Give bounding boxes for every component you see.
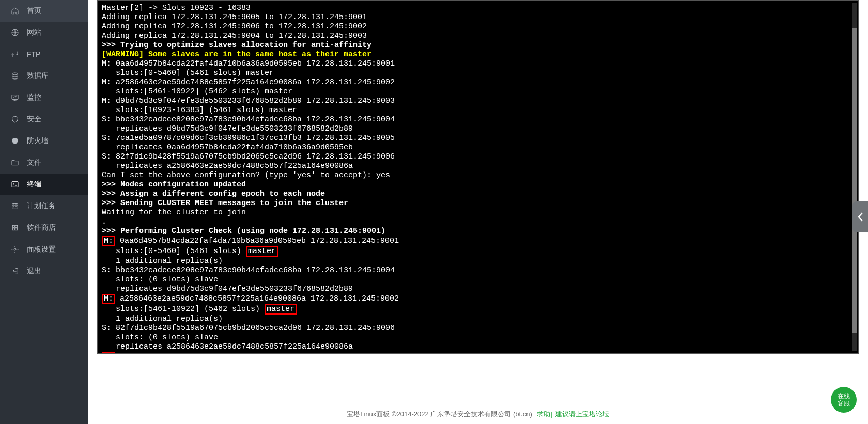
sidebar-item-label: FTP — [27, 50, 40, 58]
terminal-line: S: 82f7d1c9b428f5519a67075cb9bd2065c5ca2… — [102, 152, 854, 162]
svg-rect-7 — [12, 228, 14, 230]
sidebar-item-ftp[interactable]: FTP — [0, 43, 88, 65]
highlight-box: master — [246, 246, 278, 257]
drawer-toggle[interactable] — [853, 201, 868, 232]
site-icon — [10, 28, 20, 37]
terminal-line: M: d9bd75d3c9f047efe3de5503233f6768582d2… — [102, 352, 854, 354]
firewall-icon — [10, 136, 20, 146]
terminal-container: Master[2] -> Slots 10923 - 16383Adding r… — [88, 0, 868, 384]
scrollbar-track[interactable] — [852, 3, 857, 351]
ftp-icon — [10, 50, 20, 59]
sidebar-item-security[interactable]: 安全 — [0, 108, 88, 130]
online-support-label: 在线 客服 — [838, 392, 850, 407]
sidebar-item-label: 退出 — [27, 266, 41, 276]
terminal-line: M: 0aa6d4957b84cda22faf4da710b6a36a9d059… — [102, 59, 854, 69]
terminal-line: Adding replica 172.28.131.245:9006 to 17… — [102, 22, 854, 32]
terminal-line: 1 additional replica(s) — [102, 257, 854, 266]
svg-rect-5 — [12, 225, 14, 227]
terminal-line: slots: (0 slots) slave — [102, 333, 854, 342]
footer: 宝塔Linux面板 ©2014-2022 广东堡塔安全技术有限公司 (bt.cn… — [88, 400, 868, 424]
security-icon — [10, 115, 20, 124]
terminal-line: slots:[5461-10922] (5462 slots) master — [102, 304, 854, 315]
svg-rect-3 — [12, 182, 18, 187]
sidebar-item-monitor[interactable]: 监控 — [0, 87, 88, 108]
terminal-line: [WARNING] Some slaves are in the same ho… — [102, 50, 854, 59]
sidebar-item-label: 安全 — [27, 115, 41, 124]
footer-forum-link[interactable]: 建议请上宝塔论坛 — [555, 410, 609, 418]
sidebar-item-label: 网站 — [27, 28, 41, 37]
sidebar-item-firewall[interactable]: 防火墙 — [0, 130, 88, 152]
highlight-box: M: — [102, 294, 115, 304]
sidebar-item-label: 监控 — [27, 93, 41, 102]
scrollbar-thumb[interactable] — [852, 28, 857, 333]
svg-point-1 — [12, 73, 18, 75]
settings-icon — [10, 245, 20, 254]
sidebar-item-label: 软件商店 — [27, 223, 56, 232]
sidebar-item-label: 终端 — [27, 180, 41, 189]
db-icon — [10, 71, 20, 81]
terminal-line: Waiting for the cluster to join — [102, 208, 854, 217]
terminal-line: S: bbe3432cadece8208e97a783e90b44efadcc6… — [102, 115, 854, 124]
terminal-line: slots:[0-5460] (5461 slots) master — [102, 246, 854, 257]
sidebar-item-site[interactable]: 网站 — [0, 22, 88, 43]
terminal-line: slots:[0-5460] (5461 slots) master — [102, 69, 854, 78]
sidebar-item-settings[interactable]: 面板设置 — [0, 239, 88, 260]
cron-icon — [10, 201, 20, 211]
terminal-line: slots:[10923-16383] (5461 slots) master — [102, 106, 854, 115]
terminal-line: replicates a2586463e2ae59dc7488c5857f225… — [102, 162, 854, 171]
online-support-button[interactable]: 在线 客服 — [831, 387, 857, 413]
terminal-line: replicates d9bd75d3c9f047efe3de5503233f6… — [102, 124, 854, 134]
svg-point-9 — [14, 248, 16, 250]
footer-help-link[interactable]: 求助 — [537, 410, 550, 418]
terminal-output[interactable]: Master[2] -> Slots 10923 - 16383Adding r… — [97, 0, 859, 354]
terminal-line: >>> Sending CLUSTER MEET messages to joi… — [102, 199, 854, 208]
sidebar-item-label: 数据库 — [27, 71, 49, 81]
logout-icon — [10, 266, 20, 276]
terminal-line: M: a2586463e2ae59dc7488c5857f225a164e900… — [102, 78, 854, 87]
terminal-line: M: d9bd75d3c9f047efe3de5503233f6768582d2… — [102, 97, 854, 106]
home-icon — [10, 6, 20, 15]
terminal-line: S: 7ca1ed5a09787c09d6cf3cb39986c1f37cc13… — [102, 134, 854, 143]
terminal-line: S: bbe3432cadece8208e97a783e90b44efadcc6… — [102, 266, 854, 275]
highlight-box: M: — [102, 352, 115, 354]
terminal-line: >>> Nodes configuration updated — [102, 180, 854, 190]
svg-rect-4 — [12, 203, 18, 209]
sidebar-item-label: 面板设置 — [27, 245, 56, 254]
terminal-line: >>> Trying to optimize slaves allocation… — [102, 41, 854, 50]
terminal-line: Master[2] -> Slots 10923 - 16383 — [102, 4, 854, 13]
terminal-line: slots:[5461-10922] (5462 slots) master — [102, 87, 854, 97]
terminal-line: >>> Assign a different config epoch to e… — [102, 190, 854, 199]
sidebar-item-files[interactable]: 文件 — [0, 152, 88, 174]
monitor-icon — [10, 93, 20, 102]
terminal-line: M: 0aa6d4957b84cda22faf4da710b6a36a9d059… — [102, 236, 854, 246]
terminal-line: Adding replica 172.28.131.245:9004 to 17… — [102, 32, 854, 41]
sidebar: 首页网站FTP数据库监控安全防火墙文件终端计划任务软件商店面板设置退出 — [0, 0, 88, 424]
highlight-box: master — [265, 304, 297, 315]
sidebar-item-label: 文件 — [27, 158, 41, 167]
svg-rect-8 — [16, 228, 18, 230]
terminal-line: replicates d9bd75d3c9f047efe3de5503233f6… — [102, 285, 854, 294]
footer-copyright: 宝塔Linux面板 ©2014-2022 广东堡塔安全技术有限公司 (bt.cn… — [347, 410, 532, 418]
sidebar-item-cron[interactable]: 计划任务 — [0, 195, 88, 217]
terminal-line: replicates 0aa6d4957b84cda22faf4da710b6a… — [102, 143, 854, 152]
sidebar-item-terminal[interactable]: 终端 — [0, 174, 88, 195]
sidebar-item-store[interactable]: 软件商店 — [0, 217, 88, 239]
sidebar-item-home[interactable]: 首页 — [0, 0, 88, 22]
sidebar-item-logout[interactable]: 退出 — [0, 260, 88, 282]
terminal-line: slots: (0 slots) slave — [102, 275, 854, 285]
highlight-box: M: — [102, 236, 115, 246]
sidebar-item-db[interactable]: 数据库 — [0, 65, 88, 87]
terminal-line: Adding replica 172.28.131.245:9005 to 17… — [102, 13, 854, 22]
main-content: Master[2] -> Slots 10923 - 16383Adding r… — [88, 0, 868, 424]
terminal-line: S: 82f7d1c9b428f5519a67075cb9bd2065c5ca2… — [102, 324, 854, 333]
terminal-line: M: a2586463e2ae59dc7488c5857f225a164e900… — [102, 294, 854, 304]
chevron-left-icon — [857, 211, 864, 223]
sidebar-item-label: 防火墙 — [27, 136, 49, 146]
terminal-line: Can I set the above configuration? (type… — [102, 171, 854, 180]
terminal-line: . — [102, 217, 854, 227]
files-icon — [10, 158, 20, 167]
svg-rect-6 — [16, 225, 18, 227]
store-icon — [10, 223, 20, 232]
terminal-line: >>> Performing Cluster Check (using node… — [102, 227, 854, 236]
terminal-line: 1 additional replica(s) — [102, 315, 854, 324]
